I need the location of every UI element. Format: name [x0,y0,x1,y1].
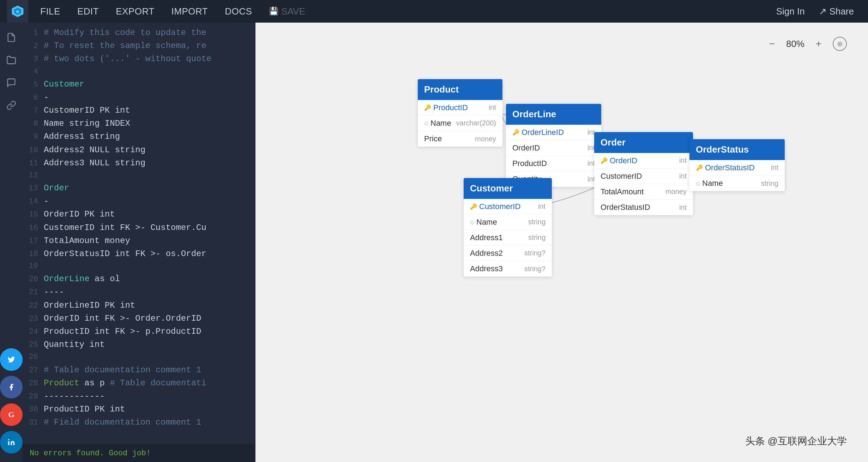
watermark: 头条 @互联网企业大学 [745,434,847,448]
zoom-out-button[interactable]: − [765,37,779,51]
zoom-level: 80% [786,38,804,49]
table-orderstatus[interactable]: OrderStatus 🔑 OrderStatusID int ◇ Name s… [689,139,785,191]
code-line-13: 13 Order [23,182,255,195]
zoom-target-button[interactable]: ⊕ [833,37,847,51]
code-line-19: 19 [23,260,255,272]
pk-icon: 🔑 [512,129,519,136]
sidebar-icon-file[interactable] [0,26,23,49]
code-line-22: 22 OrderLineID PK int [23,299,255,312]
code-line-28: 28 Product as p # Table documentati [23,377,255,390]
share-icon: ↗ [819,6,827,17]
table-order-row-totalamount[interactable]: TotalAmount money [594,184,693,200]
code-line-20: 20 OrderLine as ol [23,272,255,285]
table-orderline-row-id[interactable]: 🔑 OrderLineID int [506,125,601,140]
index-icon: ◇ [470,219,474,225]
svg-point-4 [8,439,10,440]
table-orderstatus-row-name[interactable]: ◇ Name string [689,176,785,191]
code-line-16: 16 CustomerID int FK >- Customer.Cu [23,221,255,234]
code-line-23: 23 OrderID int FK >- Order.OrderID [23,312,255,325]
index-icon: ◇ [696,180,700,187]
sidebar-bottom: G [0,347,23,462]
pk-icon: 🔑 [424,104,431,111]
table-product[interactable]: Product 🔑 ProductID int ◇ Name varchar(2… [418,79,502,147]
table-customer[interactable]: Customer 🔑 CustomerID int ◇ Name string … [464,178,552,277]
import-menu[interactable]: IMPORT [163,0,217,23]
zoom-in-button[interactable]: + [812,37,826,51]
code-line-21: 21 ---- [23,285,255,298]
sidebar-icon-folder[interactable] [0,49,23,71]
table-order-row-customerid[interactable]: CustomerID int [594,168,693,184]
code-line-5: 5 Customer [23,78,255,91]
sidebar: G [0,23,23,462]
sidebar-icon-link[interactable] [0,94,23,117]
google-button[interactable]: G [0,403,23,426]
code-line-15: 15 OrderID PK int [23,208,255,221]
code-line-24: 24 ProductID int FK >- p.ProductID [23,325,255,338]
save-label: SAVE [281,6,305,17]
code-line-3: 3 # two dots ('...' - without quote [23,52,255,65]
sidebar-icon-comment[interactable] [0,71,23,94]
code-line-7: 7 CustomerID PK int [23,104,255,117]
nav-items: FILE EDIT EXPORT IMPORT DOCS [32,0,260,23]
main-area: G 1 # Modify this code to update the 2 #… [0,23,868,462]
table-customer-row-address1[interactable]: Address1 string [464,230,552,245]
zoom-controls: − 80% + ⊕ [765,37,847,51]
table-product-row-productid[interactable]: 🔑 ProductID int [418,100,502,116]
code-line-6: 6 - [23,91,255,104]
edit-menu[interactable]: EDIT [69,0,107,23]
share-button[interactable]: ↗ Share [812,6,861,17]
code-content[interactable]: 1 # Modify this code to update the 2 # T… [23,23,255,444]
facebook-button[interactable] [0,376,23,398]
docs-menu[interactable]: DOCS [216,0,260,23]
table-orderline-row-orderid[interactable]: OrderID int [506,140,601,156]
twitter-button[interactable] [0,348,23,371]
code-line-12: 12 [23,170,255,182]
table-customer-row-name[interactable]: ◇ Name string [464,214,552,230]
pk-icon: 🔑 [696,164,703,171]
table-customer-row-address3[interactable]: Address3 string? [464,261,552,277]
export-menu[interactable]: EXPORT [107,0,163,23]
table-product-row-price[interactable]: Price money [418,131,502,147]
pk-icon: 🔑 [470,203,477,210]
save-button[interactable]: 💾 SAVE [260,0,313,23]
code-line-29: 29 ------------ [23,390,255,403]
code-editor[interactable]: 1 # Modify this code to update the 2 # T… [23,23,255,462]
sign-in-button[interactable]: Sign In [769,6,812,17]
code-line-8: 8 Name string INDEX [23,117,255,130]
code-line-14: 14 - [23,195,255,208]
table-orderline-header: OrderLine [506,104,601,125]
table-customer-row-customerid[interactable]: 🔑 CustomerID int [464,199,552,214]
table-product-row-name[interactable]: ◇ Name varchar(200) [418,116,502,131]
code-line-9: 9 Address1 string [23,130,255,143]
index-icon: ◇ [424,120,428,126]
table-order-row-orderstatusid[interactable]: OrderStatusID int [594,200,693,215]
save-icon: 💾 [269,7,278,16]
diagram-canvas[interactable]: − 80% + ⊕ Product 🔑 ProductID int ◇ Name… [255,23,868,462]
status-bar: No errors found. Good job! [23,444,255,462]
table-order[interactable]: Order 🔑 OrderID int CustomerID int Total… [594,132,693,215]
navbar: FILE EDIT EXPORT IMPORT DOCS 💾 SAVE Sign… [0,0,868,23]
code-line-2: 2 # To reset the sample schema, re [23,39,255,52]
table-customer-row-address2[interactable]: Address2 string? [464,245,552,261]
code-line-11: 11 Address3 NULL string [23,156,255,170]
table-customer-header: Customer [464,178,552,199]
table-orderline[interactable]: OrderLine 🔑 OrderLineID int OrderID int … [506,104,601,187]
file-menu[interactable]: FILE [32,0,69,23]
table-orderline-row-productid[interactable]: ProductID int [506,156,601,171]
table-orderstatus-row-id[interactable]: 🔑 OrderStatusID int [689,160,785,176]
table-orderstatus-header: OrderStatus [689,139,785,160]
code-line-25: 25 Quantity int [23,338,255,351]
code-line-1: 1 # Modify this code to update the [23,26,255,39]
code-line-18: 18 OrderStatusID int FK >- os.Order [23,247,255,260]
pk-icon: 🔑 [601,157,608,164]
linkedin-button[interactable] [0,431,23,454]
code-line-4: 4 [23,66,255,78]
code-line-30: 30 ProductID PK int [23,403,255,416]
code-line-31: 31 # Field documentation comment 1 [23,416,255,429]
svg-rect-3 [8,441,10,445]
code-line-26: 26 [23,351,255,363]
code-line-10: 10 Address2 NULL string [23,143,255,156]
table-order-header: Order [594,132,693,153]
table-product-header: Product [418,79,502,100]
table-order-row-orderid[interactable]: 🔑 OrderID int [594,153,693,168]
